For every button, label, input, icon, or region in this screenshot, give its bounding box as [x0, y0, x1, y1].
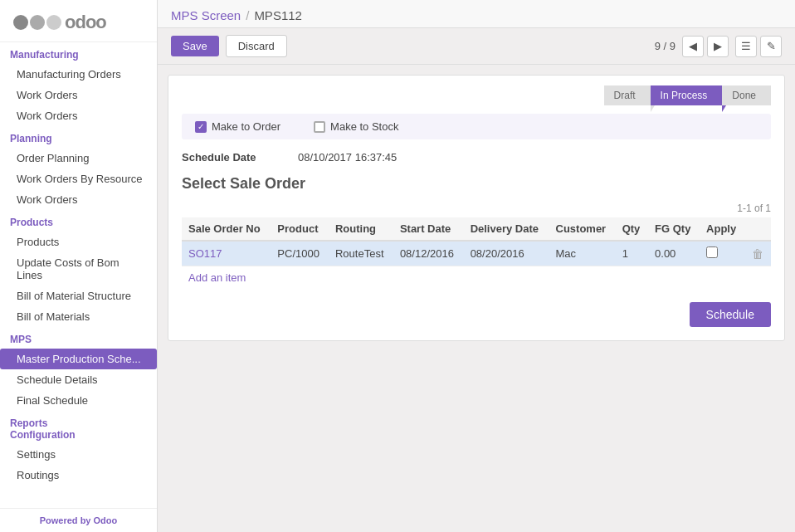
col-customer: Customer: [549, 217, 616, 241]
delete-row-icon[interactable]: 🗑: [752, 247, 763, 261]
col-routing: Routing: [329, 217, 393, 241]
sidebar-item-work-orders-by-resource[interactable]: Work Orders By Resource: [0, 168, 157, 189]
prev-button[interactable]: ◀: [682, 36, 704, 57]
sidebar-section-mps: MPS: [0, 327, 157, 349]
table-pagination-info: 1-1 of 1: [182, 203, 771, 214]
col-fg-qty: FG Qty: [648, 217, 700, 241]
make-to-order-checkbox[interactable]: [195, 121, 207, 133]
sidebar-item-settings[interactable]: Settings: [0, 444, 157, 465]
breadcrumb-current: MPS112: [254, 8, 302, 22]
col-delivery-date: Delivery Date: [464, 217, 549, 241]
col-actions: [745, 217, 771, 241]
cell-apply: [700, 241, 744, 266]
status-done[interactable]: Done: [722, 85, 771, 105]
sidebar-item-schedule-details[interactable]: Schedule Details: [0, 369, 157, 390]
col-product: Product: [271, 217, 329, 241]
save-button[interactable]: Save: [171, 36, 219, 56]
col-start-date: Start Date: [393, 217, 464, 241]
status-bar: Draft In Process Done: [182, 85, 771, 105]
sidebar-section-reports-config: Reports Configuration: [0, 411, 157, 444]
sidebar-item-bom-structure[interactable]: Bill of Material Structure: [0, 286, 157, 306]
form-area: Draft In Process Done Make to Order Make…: [158, 65, 795, 532]
sidebar-section-planning: Planning: [0, 126, 157, 148]
toolbar: Save Discard 9 / 9 ◀ ▶ ☰ ✎: [158, 28, 795, 65]
sidebar-section-products: Products: [0, 210, 157, 232]
logo-circle-3: [46, 15, 61, 30]
sidebar-sections: Manufacturing Manufacturing Orders Work …: [0, 42, 157, 486]
sidebar-item-order-planning[interactable]: Order Planning: [0, 148, 157, 168]
form-actions: Schedule: [182, 302, 771, 327]
sidebar-item-work-orders-2[interactable]: Work Orders: [0, 105, 157, 126]
col-apply: Apply: [700, 217, 744, 241]
section-title: Select Sale Order: [182, 175, 771, 193]
sidebar-section-manufacturing: Manufacturing: [0, 42, 157, 64]
sidebar-item-master-production[interactable]: Master Production Sche...: [0, 349, 157, 369]
status-in-process[interactable]: In Process: [651, 85, 723, 105]
sidebar-item-products[interactable]: Products: [0, 232, 157, 252]
make-to-stock-checkbox[interactable]: [314, 121, 325, 133]
checkboxes-row: Make to Order Make to Stock: [182, 114, 771, 139]
make-to-stock-group: Make to Stock: [314, 120, 398, 133]
pagination-area: 9 / 9 ◀ ▶ ☰ ✎: [655, 36, 782, 57]
logo-circle-1: [13, 15, 28, 30]
table-row: SO117 PC/1000 RouteTest 08/12/2016 08/20…: [182, 241, 771, 266]
make-to-order-group: Make to Order: [195, 120, 280, 133]
cell-qty: 1: [616, 241, 648, 266]
cell-customer: Mac: [549, 241, 616, 266]
sidebar-item-work-orders-1[interactable]: Work Orders: [0, 85, 157, 105]
col-sale-order-no: Sale Order No: [182, 217, 271, 241]
cell-fg-qty: 0.00: [648, 241, 700, 266]
logo-circle-2: [30, 15, 45, 30]
cell-routing: RouteTest: [329, 241, 393, 266]
next-button[interactable]: ▶: [707, 36, 729, 57]
cell-delivery-date: 08/20/2016: [464, 241, 549, 266]
schedule-date-row: Schedule Date 08/10/2017 16:37:45: [182, 148, 771, 167]
sidebar-item-routings[interactable]: Routings: [0, 465, 157, 486]
status-draft[interactable]: Draft: [604, 85, 651, 105]
make-to-order-label: Make to Order: [212, 120, 280, 133]
cell-product: PC/1000: [271, 241, 329, 266]
logo-text: odoo: [65, 12, 106, 33]
schedule-date-label: Schedule Date: [182, 151, 298, 164]
sidebar-footer: Powered by Odoo: [0, 508, 157, 532]
sidebar-item-bom[interactable]: Bill of Materials: [0, 306, 157, 327]
cell-start-date: 08/12/2016: [393, 241, 464, 266]
breadcrumb-separator: /: [246, 8, 249, 22]
form-card: Draft In Process Done Make to Order Make…: [168, 75, 785, 341]
add-item-link[interactable]: Add an item: [182, 266, 252, 289]
logo-area: odoo: [0, 0, 157, 42]
sidebar-item-work-orders-3[interactable]: Work Orders: [0, 189, 157, 210]
apply-checkbox[interactable]: [706, 246, 718, 258]
cell-delete: 🗑: [745, 241, 771, 266]
table-header-row: Sale Order No Product Routing Start Date…: [182, 217, 771, 241]
breadcrumb-parent[interactable]: MPS Screen: [171, 8, 241, 22]
make-to-stock-label: Make to Stock: [330, 120, 398, 133]
schedule-button[interactable]: Schedule: [690, 302, 771, 327]
col-qty: Qty: [616, 217, 648, 241]
sale-order-table: Sale Order No Product Routing Start Date…: [182, 217, 771, 266]
sidebar-item-manufacturing-orders[interactable]: Manufacturing Orders: [0, 64, 157, 85]
breadcrumb-bar: MPS Screen / MPS112: [158, 0, 795, 28]
cell-sale-order-no[interactable]: SO117: [182, 241, 271, 266]
edit-button[interactable]: ✎: [760, 36, 782, 57]
discard-button[interactable]: Discard: [226, 35, 287, 57]
sidebar-item-final-schedule[interactable]: Final Schedule: [0, 390, 157, 411]
pagination-text: 9 / 9: [655, 40, 676, 52]
main-content: MPS Screen / MPS112 Save Discard 9 / 9 ◀…: [158, 0, 795, 532]
sidebar: odoo Manufacturing Manufacturing Orders …: [0, 0, 158, 532]
schedule-date-value: 08/10/2017 16:37:45: [298, 151, 397, 164]
sidebar-item-update-costs[interactable]: Update Costs of Bom Lines: [0, 252, 157, 286]
list-view-button[interactable]: ☰: [735, 36, 757, 57]
